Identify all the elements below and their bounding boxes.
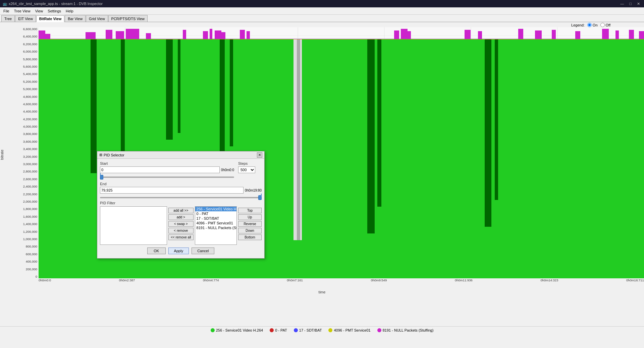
dialog-bottom-buttons: OK Apply Cancel [100, 248, 262, 256]
menu-tree-view[interactable]: Tree View [12, 8, 33, 14]
start-section: Start 0h0m0:0 [100, 161, 234, 180]
bottom-button[interactable]: Bottom [238, 234, 262, 240]
middle-buttons: add all >> add > < swap > < remove << re… [168, 206, 194, 245]
pid-dialog-content: Start 0h0m0:0 [97, 159, 264, 258]
add-button[interactable]: add > [168, 214, 194, 220]
legend-color-0 [270, 328, 274, 332]
legend-color-8191 [377, 328, 381, 332]
steps-select[interactable]: 500 250 1000 [238, 166, 255, 173]
cancel-button[interactable]: Cancel [192, 248, 214, 254]
legend-entry-8191: 8191 - NULL Packets (Stuffing) [377, 328, 434, 332]
pid-dialog-icon: ⊞ [99, 153, 102, 157]
legend-label-17: 17 - SDT/BAT [299, 328, 322, 332]
pid-filter-section: PID Filter add all >> add > < swap > < r… [100, 201, 262, 245]
legend-entry-256: 256 - Service01 Video H.264 [211, 328, 263, 332]
legend-entry-0: 0 - PAT [270, 328, 287, 332]
tab-tree[interactable]: Tree [1, 15, 15, 22]
swap-button[interactable]: < swap > [168, 221, 194, 227]
title-bar: 📺 x264_cbr_test_sample_app.ts - stream:1… [0, 0, 644, 7]
pid-dialog-title-text: PID Selector [104, 153, 124, 157]
pid-item-4096[interactable]: 4096 - PMT Service01 [195, 221, 236, 225]
pid-item-17[interactable]: 17 - SDT/BAT [195, 216, 236, 221]
pid-item-8191[interactable]: 8191 - NULL Packets (Stuffing) [195, 225, 236, 230]
ok-button[interactable]: OK [147, 248, 166, 254]
legend-entry-4096: 4096 - PMT Service01 [328, 328, 370, 332]
pid-selector-dialog: ⊞ PID Selector ✕ Start 0h0m0:0 [97, 151, 265, 259]
pid-filter-label: PID Filter [100, 201, 262, 205]
steps-section: Steps 500 250 1000 [238, 161, 262, 173]
main-area: Legend: On Off bitrate 6,600,000 6,400,0… [0, 22, 644, 334]
remove-all-button[interactable]: << remove all [168, 234, 194, 240]
reverse-button[interactable]: Reverse [238, 221, 262, 227]
tab-pcr-view[interactable]: PCR/PTS/DTS View [108, 15, 148, 22]
app-icon: 📺 [3, 2, 7, 6]
apply-button[interactable]: Apply [168, 248, 189, 254]
bottom-legend: 256 - Service01 Video H.264 0 - PAT 17 -… [0, 326, 644, 334]
tab-bar-view[interactable]: Bar View [65, 15, 86, 22]
title-bar-controls[interactable]: — □ ✕ [619, 2, 641, 6]
legend-label-0: 0 - PAT [275, 328, 287, 332]
close-button[interactable]: ✕ [636, 2, 641, 6]
menu-settings[interactable]: Settings [46, 8, 63, 14]
right-buttons: Top Up Reverse Down Bottom [238, 206, 262, 245]
minimize-button[interactable]: — [619, 2, 625, 6]
start-slider[interactable] [100, 177, 234, 178]
tab-eit-view[interactable]: EIT View [15, 15, 36, 22]
window-title: x264_cbr_test_sample_app.ts - stream:1 -… [9, 2, 103, 6]
start-time: 0h0m0:0 [221, 168, 234, 172]
legend-color-256 [211, 328, 215, 332]
title-bar-left: 📺 x264_cbr_test_sample_app.ts - stream:1… [3, 2, 103, 6]
menu-bar: File Tree View View Settings Help [0, 7, 644, 15]
add-all-button[interactable]: add all >> [168, 208, 194, 213]
end-slider[interactable] [100, 197, 262, 198]
end-section: End 0h0m19:80 [100, 182, 262, 199]
steps-label: Steps [238, 161, 262, 165]
legend-label-4096: 4096 - PMT Service01 [334, 328, 370, 332]
end-slider-indicator [261, 194, 262, 197]
pid-dialog-close-button[interactable]: ✕ [257, 152, 262, 158]
modal-overlay: ⊞ PID Selector ✕ Start 0h0m0:0 [0, 22, 644, 312]
selected-pids-list[interactable] [100, 206, 167, 245]
tab-grid-view[interactable]: Grid View [86, 15, 108, 22]
tab-bar: Tree EIT View BitRate View Bar View Grid… [0, 15, 644, 22]
maximize-button[interactable]: □ [628, 2, 633, 6]
legend-entry-17: 17 - SDT/BAT [294, 328, 322, 332]
end-label: End [100, 182, 262, 186]
legend-color-17 [294, 328, 298, 332]
start-slider-indicator [100, 173, 101, 177]
up-button[interactable]: Up [238, 214, 262, 220]
start-label: Start [100, 161, 234, 165]
top-button[interactable]: Top [238, 208, 262, 213]
pid-item-256[interactable]: 256 - Service01 Video H.264 [195, 207, 236, 211]
menu-view[interactable]: View [33, 8, 45, 14]
end-time: 0h0m19:80 [245, 189, 262, 192]
pid-filter-row: add all >> add > < swap > < remove << re… [100, 206, 262, 245]
start-input-row: 0h0m0:0 [100, 166, 234, 179]
legend-label-8191: 8191 - NULL Packets (Stuffing) [383, 328, 434, 332]
menu-help[interactable]: Help [64, 8, 75, 14]
menu-file[interactable]: File [1, 8, 11, 14]
pid-item-0[interactable]: 0 - PAT [195, 211, 236, 216]
start-input[interactable] [100, 166, 220, 173]
legend-color-4096 [328, 328, 332, 332]
legend-label-256: 256 - Service01 Video H.264 [216, 328, 263, 332]
pid-dialog-titlebar[interactable]: ⊞ PID Selector ✕ [97, 151, 264, 159]
end-input-row: 0h0m19:80 [100, 187, 262, 199]
tab-bitrate-view[interactable]: BitRate View [36, 15, 64, 22]
down-button[interactable]: Down [238, 228, 262, 233]
pid-dialog-title: ⊞ PID Selector [99, 153, 124, 157]
remove-button[interactable]: < remove [168, 228, 194, 233]
available-pids-list[interactable]: 256 - Service01 Video H.264 0 - PAT 17 -… [195, 206, 237, 245]
end-input[interactable] [100, 187, 244, 194]
